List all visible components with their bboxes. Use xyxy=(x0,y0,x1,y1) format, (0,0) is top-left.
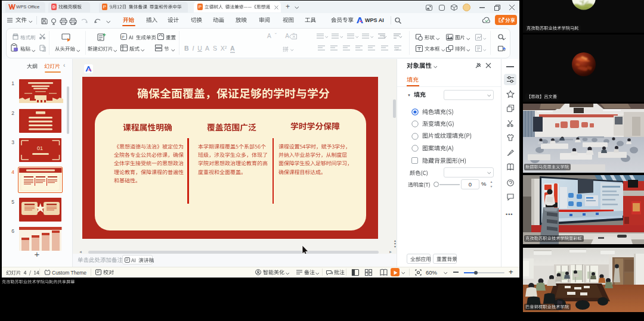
svg-text:P: P xyxy=(122,35,125,39)
svg-text:01: 01 xyxy=(37,145,43,151)
